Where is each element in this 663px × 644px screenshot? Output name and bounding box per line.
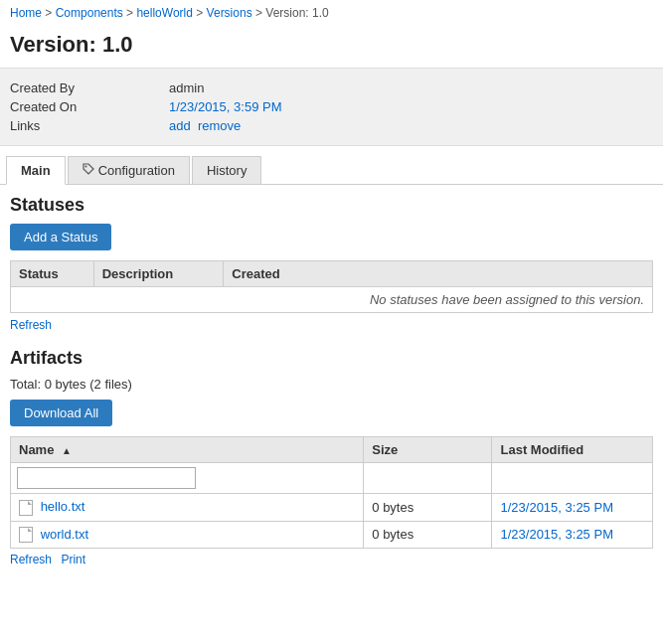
statuses-col-description: Description [93, 261, 224, 287]
links-label: Links [10, 118, 169, 133]
artifacts-total: Total: 0 bytes (2 files) [10, 377, 653, 392]
breadcrumb-helloworld[interactable]: helloWorld [136, 6, 192, 20]
download-all-button[interactable]: Download All [10, 400, 112, 426]
artifacts-print-link[interactable]: Print [61, 553, 85, 566]
breadcrumb-current: Version: 1.0 [265, 6, 328, 20]
statuses-header-row: Status Description Created [11, 261, 653, 287]
breadcrumb-home[interactable]: Home [10, 6, 42, 20]
artifacts-footer: Refresh Print [10, 553, 653, 566]
created-on-link[interactable]: 1/23/2015, 3:59 PM [169, 99, 281, 114]
created-on-row: Created On 1/23/2015, 3:59 PM [10, 97, 653, 116]
links-remove[interactable]: remove [198, 118, 241, 133]
sort-arrow-icon: ▲ [62, 445, 72, 456]
artifacts-col-name: Name ▲ [11, 437, 364, 463]
artifacts-table: Name ▲ Size Last Modified [10, 436, 653, 549]
artifacts-search-input[interactable] [17, 467, 196, 489]
tab-main-label: Main [21, 163, 51, 178]
links-add[interactable]: add [169, 118, 191, 133]
info-section: Created By admin Created On 1/23/2015, 3… [0, 68, 663, 146]
links-row: Links add remove [10, 116, 653, 135]
tabs-container: Main Configuration History [0, 156, 663, 185]
artifacts-header-row: Name ▲ Size Last Modified [11, 437, 653, 463]
links-value: add remove [169, 118, 241, 133]
file-modified-cell: 1/23/2015, 3:25 PM [492, 521, 653, 549]
statuses-refresh-link[interactable]: Refresh [10, 318, 52, 332]
file-hello-link[interactable]: hello.txt [41, 499, 85, 514]
svg-point-0 [84, 166, 86, 168]
artifacts-col-modified: Last Modified [492, 437, 653, 463]
file-size-cell: 0 bytes [364, 494, 492, 522]
artifacts-search-row [11, 463, 653, 494]
file-name-cell: hello.txt [11, 494, 364, 522]
table-row: hello.txt 0 bytes 1/23/2015, 3:25 PM [11, 494, 653, 522]
tab-main[interactable]: Main [6, 156, 66, 185]
statuses-title: Statuses [10, 195, 653, 216]
statuses-section: Statuses Add a Status Status Description… [10, 195, 653, 332]
created-on-label: Created On [10, 99, 169, 114]
tab-history-label: History [207, 163, 247, 178]
created-by-value: admin [169, 80, 204, 95]
statuses-empty-row: No statuses have been assigned to this v… [11, 287, 653, 313]
tab-history[interactable]: History [192, 156, 261, 184]
tag-icon [83, 163, 94, 178]
breadcrumb-versions[interactable]: Versions [207, 6, 252, 20]
artifacts-search-cell [11, 463, 364, 494]
breadcrumb: Home > Components > helloWorld > Version… [0, 0, 663, 26]
file-hello-date-link[interactable]: 1/23/2015, 3:25 PM [500, 500, 612, 515]
main-content: Statuses Add a Status Status Description… [0, 185, 663, 576]
file-world-date-link[interactable]: 1/23/2015, 3:25 PM [500, 527, 612, 542]
statuses-col-created: Created [224, 261, 653, 287]
file-icon [19, 500, 33, 516]
created-by-label: Created By [10, 80, 169, 95]
created-by-row: Created By admin [10, 79, 653, 97]
artifacts-section: Artifacts Total: 0 bytes (2 files) Downl… [10, 348, 653, 566]
statuses-col-status: Status [11, 261, 94, 287]
file-icon [19, 527, 33, 543]
page-title: Version: 1.0 [0, 26, 663, 68]
artifacts-col-size: Size [364, 437, 492, 463]
artifacts-title: Artifacts [10, 348, 653, 369]
file-name-cell: world.txt [11, 521, 364, 549]
file-size-cell: 0 bytes [364, 521, 492, 549]
artifacts-refresh-link[interactable]: Refresh [10, 553, 52, 566]
statuses-empty-message: No statuses have been assigned to this v… [224, 287, 653, 313]
add-status-button[interactable]: Add a Status [10, 224, 111, 250]
tab-configuration-label: Configuration [98, 163, 175, 178]
file-world-link[interactable]: world.txt [41, 527, 88, 542]
file-modified-cell: 1/23/2015, 3:25 PM [492, 494, 653, 522]
statuses-table: Status Description Created No statuses h… [10, 260, 653, 313]
tab-configuration[interactable]: Configuration [68, 156, 190, 184]
statuses-footer: Refresh [10, 317, 653, 332]
table-row: world.txt 0 bytes 1/23/2015, 3:25 PM [11, 521, 653, 549]
created-on-value: 1/23/2015, 3:59 PM [169, 99, 281, 114]
breadcrumb-components[interactable]: Components [56, 6, 123, 20]
